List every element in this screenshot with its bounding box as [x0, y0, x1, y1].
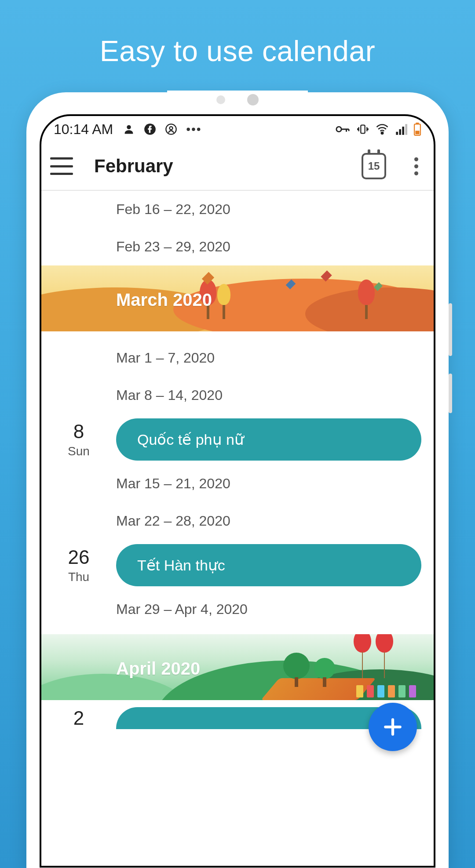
screen: 10:14 AM •••	[40, 114, 435, 868]
event-day-number: 8	[41, 421, 116, 443]
overflow-button[interactable]	[407, 157, 425, 175]
tree-icon	[217, 284, 230, 319]
sensor-dot	[216, 95, 225, 104]
svg-point-4	[336, 127, 341, 131]
tree-icon	[283, 653, 310, 687]
page-title[interactable]: February	[94, 156, 349, 177]
today-day-number: 15	[368, 160, 380, 172]
app-icon	[165, 122, 177, 136]
week-range[interactable]: Mar 15 – 21, 2020	[41, 465, 434, 502]
event-row: 8 Sun Quốc tế phụ nữ	[41, 414, 434, 465]
vibrate-icon	[356, 123, 369, 135]
event-pill[interactable]: Tết Hàn thực	[116, 544, 421, 586]
month-label: March 2020	[116, 290, 212, 310]
event-pill[interactable]: Quốc tế phụ nữ	[116, 418, 421, 461]
phone-frame: 10:14 AM •••	[26, 92, 449, 868]
svg-rect-5	[361, 125, 365, 134]
tree-icon	[358, 280, 375, 319]
contact-icon	[123, 122, 135, 136]
today-button[interactable]: 15	[362, 153, 386, 179]
svg-point-6	[381, 132, 384, 134]
svg-rect-8	[399, 129, 401, 135]
event-day-number: 2	[41, 707, 116, 729]
svg-rect-10	[405, 124, 407, 135]
facebook-icon	[144, 122, 156, 136]
event-title: Tết Hàn thực	[137, 556, 225, 574]
svg-rect-9	[402, 127, 404, 135]
balloon-icon	[376, 634, 393, 653]
week-range[interactable]: Feb 23 – 29, 2020	[41, 228, 434, 265]
app-bar: February 15	[41, 142, 434, 191]
svg-point-0	[127, 125, 131, 129]
event-date: 2	[41, 707, 116, 729]
svg-point-3	[170, 127, 173, 130]
volume-button	[449, 303, 452, 356]
create-event-fab[interactable]	[369, 703, 417, 751]
event-title: Quốc tế phụ nữ	[137, 431, 244, 448]
promo-title: Easy to use calendar	[0, 0, 475, 68]
svg-rect-7	[396, 132, 398, 135]
phone-notch	[167, 91, 308, 109]
event-date: 26 Thu	[41, 546, 116, 584]
more-notifications-icon: •••	[186, 122, 201, 136]
status-clock: 10:14 AM	[54, 121, 113, 138]
week-range[interactable]: Feb 16 – 22, 2020	[41, 191, 434, 228]
event-day-of-week: Sun	[41, 444, 116, 458]
power-button	[449, 374, 452, 413]
tree-icon	[314, 658, 335, 687]
month-header-april[interactable]: April 2020	[41, 634, 434, 700]
month-label: April 2020	[116, 659, 200, 679]
event-date: 8 Sun	[41, 421, 116, 458]
status-bar: 10:14 AM •••	[41, 116, 434, 142]
signal-icon	[395, 123, 407, 135]
battery-icon	[413, 123, 421, 136]
balloon-icon	[354, 634, 371, 653]
camera-dot	[247, 94, 259, 105]
month-header-march[interactable]: March 2020	[41, 265, 434, 331]
svg-rect-13	[415, 131, 419, 134]
week-range[interactable]: Mar 29 – Apr 4, 2020	[41, 591, 434, 628]
week-range[interactable]: Mar 8 – 14, 2020	[41, 377, 434, 414]
flags-icon	[356, 685, 416, 697]
plus-icon	[382, 716, 404, 738]
week-range[interactable]: Mar 22 – 28, 2020	[41, 502, 434, 540]
wifi-icon	[376, 123, 389, 135]
menu-button[interactable]	[50, 157, 73, 175]
key-icon	[335, 123, 350, 135]
event-day-number: 26	[41, 546, 116, 568]
event-row: 26 Thu Tết Hàn thực	[41, 540, 434, 591]
agenda-list[interactable]: Feb 16 – 22, 2020 Feb 23 – 29, 2020 Marc…	[41, 191, 434, 729]
event-day-of-week: Thu	[41, 570, 116, 584]
week-range[interactable]: Mar 1 – 7, 2020	[41, 339, 434, 377]
